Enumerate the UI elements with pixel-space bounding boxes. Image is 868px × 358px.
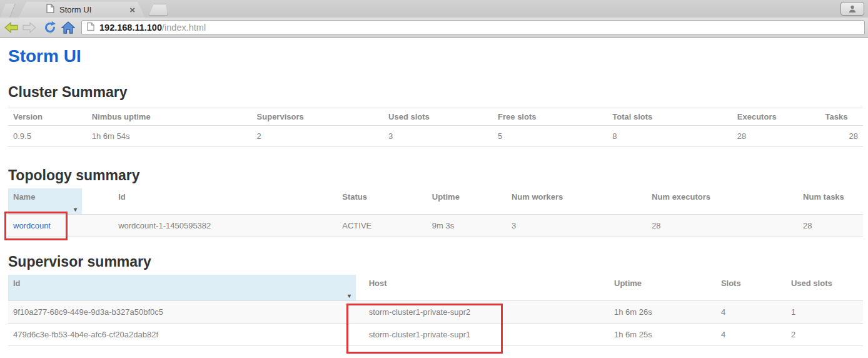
cell-supervisor-uptime: 1h 6m 26s [609, 301, 716, 324]
user-profile-icon [848, 4, 857, 13]
cell-nimbus-uptime: 1h 6m 54s [87, 126, 252, 147]
col-tasks[interactable]: Tasks [820, 108, 863, 126]
refresh-button[interactable] [41, 21, 58, 34]
page-title[interactable]: Storm UI [8, 46, 863, 66]
cell-supervisor-host: storm-cluster1-private-supr2 [364, 301, 609, 324]
page-favicon-icon [46, 4, 54, 16]
topology-summary-heading: Topology summary [8, 166, 863, 185]
col-num-workers[interactable]: Num workers [507, 188, 647, 215]
col-used-slots[interactable]: Used slots [786, 275, 863, 301]
tab-title: Storm UI [59, 5, 129, 14]
col-status[interactable]: Status [337, 188, 427, 215]
browser-toolbar: 192.168.11.100/index.html [0, 18, 868, 38]
supervisor-header-row: Id ▾ Host Uptime Slots Used slots [8, 275, 863, 301]
cell-supervisor-slots: 4 [716, 324, 786, 346]
col-slots[interactable]: Slots [716, 275, 786, 301]
forward-button[interactable] [21, 21, 38, 34]
tab-strip-edge [0, 4, 16, 18]
cell-supervisor-id: 9f10a277-68c9-449e-9d3a-b327a50bf0c5 [8, 301, 364, 324]
col-executors[interactable]: Executors [732, 108, 820, 126]
back-button[interactable] [3, 21, 19, 34]
cluster-summary-heading: Cluster Summary [8, 83, 863, 101]
url-page-icon [87, 22, 94, 34]
url-path: /index.html [162, 23, 206, 33]
cell-executors: 28 [732, 126, 820, 147]
cluster-row: 0.9.5 1h 6m 54s 2 3 5 8 28 28 [8, 126, 863, 147]
cluster-summary-table: Version Nimbus uptime Supervisors Used s… [8, 108, 863, 147]
col-num-tasks[interactable]: Num tasks [798, 188, 863, 215]
col-num-executors[interactable]: Num executors [647, 188, 798, 215]
cell-supervisors: 2 [252, 126, 384, 147]
col-supervisor-id-sorted[interactable]: Id ▾ [8, 275, 364, 301]
address-bar[interactable]: 192.168.11.100/index.html [81, 20, 865, 35]
topology-summary-table: Name ▾ Id Status Uptime Num workers Num … [8, 188, 863, 237]
supervisor-summary-table: Id ▾ Host Uptime Slots Used slots 9f10a2… [8, 275, 863, 346]
cell-topology-id: wordcount-1-1450595382 [113, 215, 337, 237]
new-tab-button[interactable] [149, 4, 168, 16]
storm-ui-page: Storm UI Cluster Summary Version Nimbus … [0, 46, 868, 346]
home-icon [61, 21, 75, 34]
supervisor-row-2: 479d6c3e-fb53-4b4e-afc6-cf20a2dab82f sto… [8, 324, 863, 346]
tab-close-icon[interactable]: × [129, 6, 135, 14]
col-supervisors[interactable]: Supervisors [252, 108, 384, 126]
url-host: 192.168.11.100 [99, 23, 162, 33]
browser-tab[interactable]: Storm UI × [19, 2, 145, 18]
cell-supervisor-slots: 4 [716, 301, 786, 324]
sort-desc-icon[interactable]: ▾ [348, 292, 351, 299]
cell-supervisor-host: storm-cluster1-private-supr1 [364, 324, 609, 346]
cell-used-slots: 3 [383, 126, 493, 147]
browser-tab-strip: Storm UI × [0, 0, 868, 18]
cell-topology-uptime: 9m 3s [427, 215, 507, 237]
back-arrow-icon [4, 22, 18, 33]
cell-topology-status: ACTIVE [337, 215, 427, 237]
refresh-icon [44, 21, 56, 34]
topology-header-row: Name ▾ Id Status Uptime Num workers Num … [8, 188, 863, 215]
col-nimbus-uptime[interactable]: Nimbus uptime [87, 108, 252, 126]
cell-supervisor-id: 479d6c3e-fb53-4b4e-afc6-cf20a2dab82f [8, 324, 364, 346]
sort-desc-icon[interactable]: ▾ [74, 206, 77, 213]
cell-supervisor-uptime: 1h 6m 25s [609, 324, 716, 346]
col-used-slots[interactable]: Used slots [383, 108, 493, 126]
col-supervisor-uptime[interactable]: Uptime [609, 275, 716, 301]
cell-free-slots: 5 [493, 126, 607, 147]
cell-version: 0.9.5 [8, 126, 87, 147]
col-version[interactable]: Version [8, 108, 87, 126]
col-name-sorted[interactable]: Name ▾ [8, 188, 113, 215]
supervisor-row-1: 9f10a277-68c9-449e-9d3a-b327a50bf0c5 sto… [8, 301, 863, 324]
cell-topology-name: wordcount [8, 215, 113, 237]
col-total-slots[interactable]: Total slots [607, 108, 732, 126]
cluster-header-row: Version Nimbus uptime Supervisors Used s… [8, 108, 863, 126]
forward-arrow-icon [23, 22, 36, 33]
supervisor-summary-heading: Supervisor summary [8, 252, 863, 271]
url-text: 192.168.11.100/index.html [99, 23, 206, 33]
cell-total-slots: 8 [607, 126, 732, 147]
col-free-slots[interactable]: Free slots [493, 108, 607, 126]
cell-topology-tasks: 28 [798, 215, 863, 237]
cell-topology-workers: 3 [507, 215, 647, 237]
topology-name-link[interactable]: wordcount [13, 221, 51, 230]
cell-topology-executors: 28 [647, 215, 798, 237]
col-host[interactable]: Host [364, 275, 609, 301]
profile-button[interactable] [840, 2, 864, 16]
cell-supervisor-used-slots: 1 [786, 301, 863, 324]
home-button[interactable] [59, 21, 76, 34]
col-id[interactable]: Id [113, 188, 337, 215]
col-uptime[interactable]: Uptime [427, 188, 507, 215]
topology-row: wordcount wordcount-1-1450595382 ACTIVE … [8, 215, 863, 237]
cell-tasks: 28 [820, 126, 863, 147]
cell-supervisor-used-slots: 2 [786, 324, 863, 346]
